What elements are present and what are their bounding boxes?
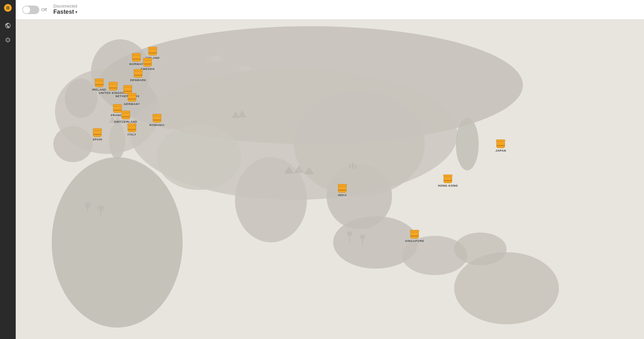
svg-point-39	[170, 128, 175, 132]
server-label-hong-kong: HONG KONG	[438, 184, 458, 187]
server-pin-switzerland[interactable]: SWITZERLAND	[114, 111, 137, 123]
server-icon-netherlands	[123, 85, 132, 94]
connection-status: Disconnected	[53, 4, 77, 9]
server-pin-japan[interactable]: JAPAN	[495, 140, 506, 152]
server-pin-singapore[interactable]: SINGAPORE	[405, 230, 424, 243]
server-icon-spain	[93, 128, 102, 137]
app-logo	[3, 3, 13, 13]
svg-point-5	[109, 123, 125, 159]
svg-point-4	[53, 126, 93, 162]
toggle-label: Off	[41, 7, 47, 12]
server-pin-hong-kong[interactable]: HONG KONG	[438, 175, 458, 187]
location-label: Fastest	[53, 9, 74, 15]
vpn-toggle[interactable]	[22, 6, 39, 14]
server-icon-hong-kong	[443, 175, 453, 183]
svg-point-13	[456, 118, 479, 170]
server-label-india: INDIA	[338, 194, 347, 197]
map-container: NORWAY FINLAND SWEDEN	[16, 20, 644, 339]
svg-rect-36	[349, 164, 351, 169]
server-pin-germany[interactable]: GERMANY	[124, 93, 140, 106]
svg-point-9	[156, 124, 241, 190]
server-pin-denmark[interactable]: DENMARK	[130, 69, 147, 82]
server-label-germany: GERMANY	[124, 103, 140, 106]
svg-point-40	[175, 130, 179, 132]
server-icon-germany	[127, 93, 136, 102]
server-icon-finland	[148, 47, 157, 55]
header: Off Disconnected Fastest ▾	[16, 0, 644, 20]
svg-rect-37	[352, 162, 353, 169]
svg-point-26	[213, 55, 223, 61]
sidebar-item-globe[interactable]	[1, 19, 14, 32]
svg-point-27	[239, 66, 251, 72]
server-label-switzerland: SWITZERLAND	[114, 120, 137, 123]
server-pin-india[interactable]: INDIA	[338, 184, 347, 197]
server-label-japan: JAPAN	[495, 149, 506, 152]
svg-point-29	[84, 202, 91, 207]
server-icon-switzerland	[121, 111, 130, 119]
server-label-denmark: DENMARK	[130, 79, 147, 82]
svg-point-31	[98, 205, 104, 211]
server-icon-norway	[132, 53, 141, 62]
svg-point-17	[454, 252, 559, 324]
server-pin-romania[interactable]: ROMANIA	[150, 114, 165, 127]
server-icon-italy	[127, 123, 136, 132]
sidebar-item-settings[interactable]	[1, 33, 14, 47]
svg-point-35	[360, 235, 365, 239]
server-label-romania: ROMANIA	[150, 123, 165, 127]
svg-point-12	[294, 92, 425, 197]
svg-point-6	[52, 157, 183, 328]
svg-rect-38	[355, 164, 356, 169]
sidebar	[0, 0, 16, 339]
server-pin-spain[interactable]: SPAIN	[93, 128, 102, 141]
server-icon-romania	[152, 114, 162, 122]
server-icon-singapore	[410, 230, 419, 238]
server-icon-india	[338, 184, 347, 193]
location-selector[interactable]: Fastest ▾	[53, 9, 77, 15]
server-label-singapore: SINGAPORE	[405, 239, 424, 243]
world-map	[16, 20, 644, 339]
server-label-italy: ITALY	[128, 133, 136, 136]
svg-point-33	[347, 231, 352, 236]
server-icon-japan	[496, 140, 505, 148]
toggle-knob	[23, 6, 30, 13]
vpn-toggle-container: Off	[22, 6, 47, 14]
server-icon-denmark	[134, 69, 143, 78]
server-pin-italy[interactable]: ITALY	[127, 123, 136, 136]
main-content: Off Disconnected Fastest ▾	[16, 0, 644, 339]
chevron-down-icon: ▾	[75, 10, 77, 14]
server-icon-sweden	[143, 58, 152, 66]
server-label-spain: SPAIN	[93, 138, 102, 141]
connection-info: Disconnected Fastest ▾	[53, 4, 77, 15]
